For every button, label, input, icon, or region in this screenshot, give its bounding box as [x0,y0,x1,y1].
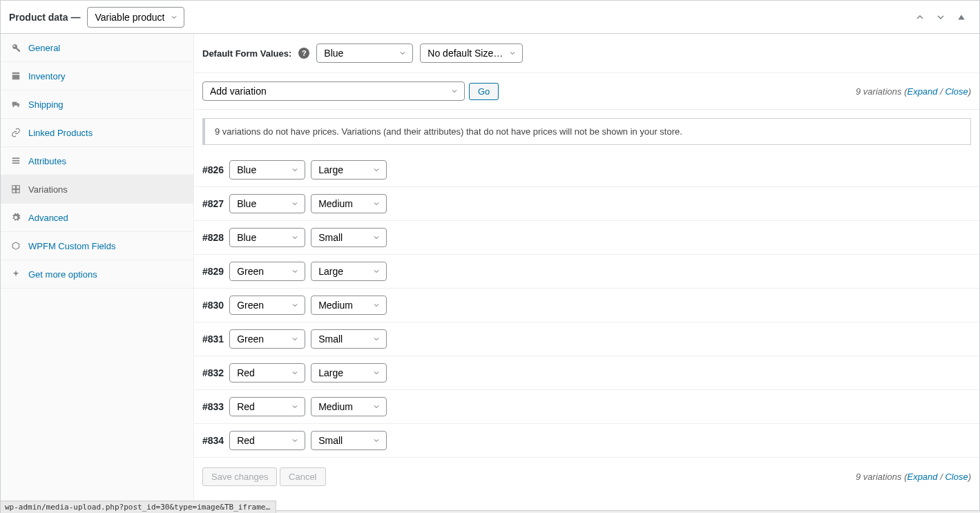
tab-label: Shipping [28,99,64,110]
tab-link-shipping[interactable]: Shipping [1,90,193,118]
tab-linked[interactable]: Linked Products [1,119,193,147]
variation-size-select[interactable]: Medium [311,397,387,416]
handle-actions [910,8,971,27]
price-warning-notice: 9 variations do not have prices. Variati… [202,118,971,145]
cancel-button[interactable]: Cancel [280,467,325,486]
default-size-select[interactable]: No default Size… [420,43,523,63]
tab-attributes[interactable]: Attributes [1,147,193,175]
variation-row[interactable]: #834RedSmall [194,424,979,458]
variation-color-select[interactable]: Blue [229,160,305,180]
tab-inventory[interactable]: Inventory [1,62,193,90]
link-icon [10,127,21,138]
list-icon [10,155,21,166]
variation-action-select[interactable]: Add variation [202,81,465,101]
variation-row[interactable]: #827BlueMedium [194,187,979,221]
variation-color-select[interactable]: Red [229,397,305,416]
move-down-button[interactable] [931,8,950,27]
tab-link-getmore[interactable]: Get more options [1,260,193,288]
variation-color-select[interactable]: Red [229,363,305,383]
tab-getmore[interactable]: Get more options [1,260,193,289]
default-color-select[interactable]: Blue [316,43,413,63]
variation-color-select[interactable]: Green [229,296,305,315]
close-all-link[interactable]: Close [945,86,968,97]
postbox-header: Product data — Variable product [1,1,979,34]
variation-color-select[interactable]: Green [229,329,305,349]
variation-row[interactable]: #832RedLarge [194,356,979,390]
variations-toolbar-bottom: Save changes Cancel 9 variations (Expand… [194,458,979,496]
expand-all-link[interactable]: Expand [907,86,937,97]
variation-color-select[interactable]: Blue [229,228,305,247]
variation-size-select[interactable]: Small [311,228,387,247]
tab-link-wpfm[interactable]: WPFM Custom Fields [1,232,193,260]
spark-icon [10,269,21,280]
tab-advanced[interactable]: Advanced [1,204,193,232]
variation-id: #833 [202,401,224,412]
tab-wpfm[interactable]: WPFM Custom Fields [1,232,193,260]
move-up-button[interactable] [910,8,930,27]
variation-row[interactable]: #830GreenMedium [194,289,979,322]
help-tip-icon[interactable]: ? [298,48,309,59]
svg-rect-1 [12,157,20,159]
gear-icon [10,212,21,223]
tab-link-attributes[interactable]: Attributes [1,147,193,175]
panel-wrap: GeneralInventoryShippingLinked ProductsA… [1,34,979,510]
tab-general[interactable]: General [1,34,193,62]
variations-toolbar-top: Add variation Go 9 variations (Expand / … [194,73,979,110]
variation-size-select[interactable]: Medium [311,194,387,213]
title-prefix: Product data — [9,12,80,23]
default-form-values-row: Default Form Values: ? Blue No default S… [194,34,979,73]
product-data-metabox: Product data — Variable product GeneralI… [0,0,980,511]
close-all-link-bottom[interactable]: Close [945,472,968,482]
variation-id: #829 [202,266,224,277]
variation-color-select[interactable]: Green [229,262,305,281]
tab-label: WPFM Custom Fields [28,241,115,251]
variation-size-select[interactable]: Large [311,160,387,180]
tab-link-advanced[interactable]: Advanced [1,204,193,231]
tab-link-variations[interactable]: Variations [1,175,193,203]
variation-id: #826 [202,164,224,175]
wrench-icon [10,42,21,53]
variations-pagenav-top: 9 variations (Expand / Close) [856,86,971,97]
tab-label: Attributes [28,156,66,166]
product-data-tabs: GeneralInventoryShippingLinked ProductsA… [1,34,194,510]
product-type-select[interactable]: Variable product [87,7,184,28]
grid-icon [10,184,21,195]
tab-link-inventory[interactable]: Inventory [1,62,193,90]
svg-rect-5 [17,186,20,189]
tab-variations[interactable]: Variations [1,175,193,204]
svg-rect-3 [12,162,20,164]
truck-icon [10,99,21,110]
variation-size-select[interactable]: Small [311,431,387,450]
variations-pagenav-bottom: 9 variations (Expand / Close) [856,472,971,482]
tab-shipping[interactable]: Shipping [1,90,193,119]
variation-size-select[interactable]: Large [311,363,387,383]
variation-color-select[interactable]: Blue [229,194,305,213]
expand-all-link-bottom[interactable]: Expand [907,472,937,482]
tab-label: Inventory [28,71,65,81]
variation-size-select[interactable]: Medium [311,296,387,315]
variation-color-select[interactable]: Red [229,431,305,450]
tab-link-linked[interactable]: Linked Products [1,119,193,146]
variation-id: #834 [202,435,224,446]
variation-row[interactable]: #833RedMedium [194,390,979,424]
variation-id: #827 [202,198,224,209]
svg-rect-4 [12,186,16,189]
save-changes-button[interactable]: Save changes [202,467,277,486]
variation-row[interactable]: #826BlueLarge [194,153,979,187]
variation-size-select[interactable]: Small [311,329,387,349]
tab-label: General [28,43,60,53]
go-button[interactable]: Go [469,83,499,100]
tab-label: Advanced [28,213,68,223]
variation-row[interactable]: #829GreenLarge [194,255,979,289]
svg-rect-2 [12,160,20,162]
variation-size-select[interactable]: Large [311,262,387,281]
variation-id: #832 [202,367,224,378]
variation-row[interactable]: #828BlueSmall [194,221,979,255]
browser-status-bar: wp-admin/media-upload.php?post_id=30&typ… [0,501,276,513]
inventory-icon [10,70,21,81]
tab-link-general[interactable]: General [1,34,193,61]
variation-row[interactable]: #831GreenSmall [194,322,979,356]
box-icon [10,240,21,251]
toggle-panel-button[interactable] [952,8,971,27]
default-form-values-label: Default Form Values: [202,48,291,59]
